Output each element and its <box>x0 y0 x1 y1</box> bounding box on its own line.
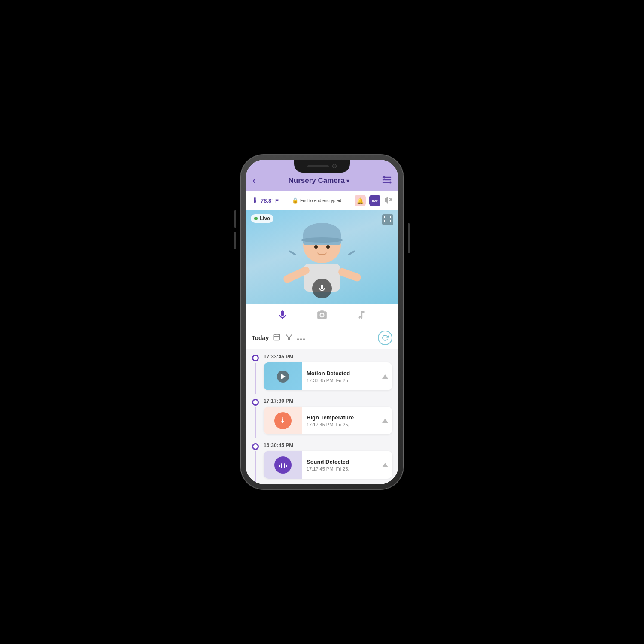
play-icon <box>281 374 286 379</box>
power-button[interactable] <box>408 223 410 253</box>
svg-point-13 <box>297 338 299 340</box>
live-label: Live <box>260 216 270 222</box>
back-button[interactable]: ‹ <box>252 175 255 186</box>
event-group-motion: 17:33:45 PM <box>246 349 398 394</box>
encryption-status: 🔒 End-to-end encrypted <box>292 197 341 204</box>
svg-rect-17 <box>281 463 282 468</box>
event-content-temp: 17:17:30 PM 🌡 High Temperature 17:17:45 … <box>264 398 392 438</box>
event-time-temp: 17:17:30 PM <box>264 398 392 404</box>
thermometer-icon-circle: 🌡 <box>274 412 292 429</box>
music-button[interactable] <box>356 310 367 321</box>
sound-icon-circle <box>274 456 292 474</box>
timeline-column-temp <box>252 398 259 438</box>
sound-event-title: Sound Detected <box>307 459 374 465</box>
camera-feed[interactable]: Live <box>246 210 398 304</box>
encrypted-label: End-to-end encrypted <box>300 198 341 203</box>
app-container: ‹ Nursery Camera ▾ <box>246 160 398 484</box>
motion-event-subtitle: 17:33:45 PM, Fri 25 <box>307 378 374 383</box>
svg-point-4 <box>383 176 386 178</box>
temperature-value: 78.8° F <box>261 197 279 204</box>
svg-marker-12 <box>286 334 292 340</box>
sound-toggle[interactable] <box>384 196 392 205</box>
svg-rect-8 <box>274 334 280 340</box>
speaker <box>307 165 329 167</box>
phone-screen: ‹ Nursery Camera ▾ <box>246 160 398 484</box>
front-camera <box>332 164 337 168</box>
sound-event-card[interactable]: Sound Detected 17:17:45 PM, Fri 25, <box>264 451 392 479</box>
action-toolbar <box>246 304 398 326</box>
fullscreen-button[interactable] <box>382 214 393 225</box>
phone-frame: ‹ Nursery Camera ▾ <box>240 155 404 489</box>
sound-thumbnail <box>264 451 302 479</box>
mic-overlay-button[interactable] <box>312 279 332 298</box>
sound-event-action[interactable] <box>378 461 392 469</box>
svg-rect-18 <box>283 462 283 468</box>
temperature-event-info: High Temperature 17:17:45 PM, Fri 25, <box>302 411 378 431</box>
timeline-line-sound <box>255 451 256 482</box>
temperature-event-subtitle: 17:17:45 PM, Fri 25, <box>307 422 374 427</box>
event-time-sound: 16:30:45 PM <box>264 442 392 448</box>
status-bar: 🌡 78.8° F 🔒 End-to-end encrypted 🔔 800 <box>246 191 398 210</box>
event-group-temperature: 17:17:30 PM 🌡 High Temperature 17:17:45 … <box>246 394 398 438</box>
volume-down-button[interactable] <box>234 232 236 249</box>
event-group-sound: 16:30:45 PM <box>246 438 398 482</box>
sound-event-info: Sound Detected 17:17:45 PM, Fri 25, <box>302 455 378 475</box>
svg-point-5 <box>389 181 392 183</box>
svg-point-14 <box>300 338 302 340</box>
timeline-column-sound <box>252 442 259 482</box>
timeline-line <box>255 363 256 394</box>
event-content-sound: 16:30:45 PM <box>264 442 392 482</box>
notch <box>294 160 350 173</box>
svg-rect-19 <box>284 463 285 468</box>
events-list: 17:33:45 PM <box>246 349 398 484</box>
event-content-motion: 17:33:45 PM <box>264 354 392 394</box>
motion-thumbnail <box>264 362 302 390</box>
page-title: Nursery Camera ▾ <box>288 176 349 185</box>
motion-event-action[interactable] <box>378 373 392 380</box>
sound-event-subtitle: 17:17:45 PM, Fri 25, <box>307 466 374 471</box>
settings-button[interactable] <box>382 176 392 186</box>
live-badge: Live <box>251 214 273 223</box>
temperature-event-action[interactable] <box>378 417 392 425</box>
temperature-display: 🌡 78.8° F <box>252 197 279 204</box>
calendar-button[interactable] <box>273 333 281 343</box>
svg-rect-16 <box>279 465 280 467</box>
svg-point-15 <box>303 338 305 340</box>
bell-button[interactable]: 🔔 <box>355 195 366 206</box>
filter-button[interactable] <box>285 333 293 343</box>
play-button[interactable] <box>277 371 289 383</box>
microphone-button[interactable] <box>277 310 288 321</box>
event-time-motion: 17:33:45 PM <box>264 354 392 360</box>
resolution-button[interactable]: 800 <box>369 195 380 206</box>
motion-event-title: Motion Detected <box>307 370 374 377</box>
motion-event-card[interactable]: Motion Detected 17:33:45 PM, Fri 25 <box>264 362 392 390</box>
svg-rect-20 <box>286 465 287 467</box>
temperature-thumbnail: 🌡 <box>264 407 302 434</box>
title-dropdown-chevron[interactable]: ▾ <box>346 178 349 184</box>
refresh-button[interactable] <box>378 331 392 345</box>
lock-icon: 🔒 <box>292 197 298 204</box>
timeline-dot <box>252 355 259 361</box>
camera-button[interactable] <box>316 310 328 321</box>
timeline-dot-temp <box>252 399 259 406</box>
more-options-button[interactable] <box>297 334 305 342</box>
timeline-header: Today <box>246 326 398 349</box>
title-text: Nursery Camera <box>288 176 344 185</box>
timeline-line-temp <box>255 407 256 438</box>
today-label: Today <box>252 334 269 341</box>
motion-event-info: Motion Detected 17:33:45 PM, Fri 25 <box>302 367 378 386</box>
temperature-event-title: High Temperature <box>307 414 374 421</box>
volume-up-button[interactable] <box>234 210 236 228</box>
thermometer-icon: 🌡 <box>252 197 258 204</box>
timeline-dot-sound <box>252 443 259 450</box>
timeline-column <box>252 354 259 394</box>
temperature-event-card[interactable]: 🌡 High Temperature 17:17:45 PM, Fri 25, <box>264 407 392 434</box>
status-icons: 🔔 800 <box>355 195 392 206</box>
live-indicator <box>254 217 258 220</box>
